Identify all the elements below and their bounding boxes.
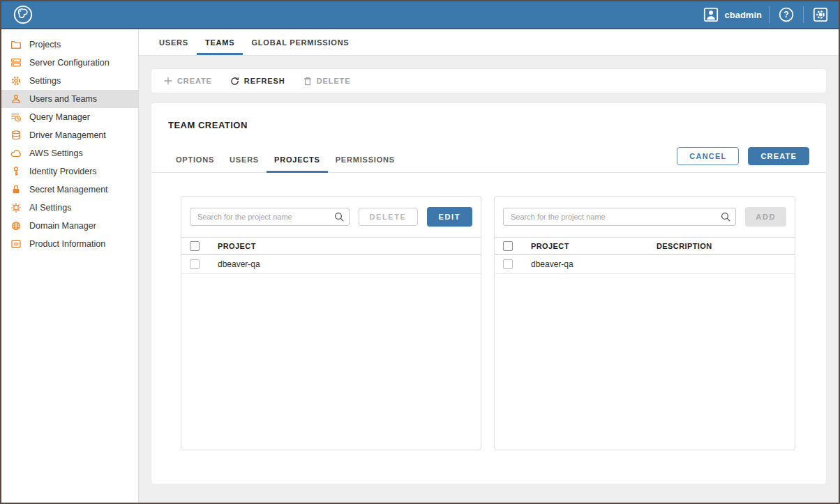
top-bar: cbadmin ?	[1, 1, 839, 29]
secret-lock-icon	[10, 184, 22, 195]
sidebar-item-label: Users and Teams	[29, 94, 97, 104]
identity-key-icon	[10, 166, 22, 177]
user-name: cbadmin	[725, 10, 762, 20]
granted-projects-panel: DELETE EDIT PROJECT	[181, 196, 481, 450]
sidebar-item-settings[interactable]: Settings	[1, 72, 138, 90]
granted-projects-search	[190, 208, 350, 226]
sidebar-item-driver-management[interactable]: Driver Management	[1, 126, 138, 144]
table-row[interactable]: dbeaver-qa	[181, 255, 481, 274]
sidebar-item-label: Query Manager	[29, 112, 90, 122]
create-team-button[interactable]: CREATE	[164, 77, 212, 85]
tab-options[interactable]: OPTIONS	[168, 150, 222, 173]
body-row: Projects Server Configuration Settings	[1, 29, 839, 503]
server-settings-button[interactable]	[811, 5, 830, 24]
projects-folder-icon	[10, 39, 22, 50]
available-projects-search-input[interactable]	[503, 208, 736, 226]
sidebar-item-aws-settings[interactable]: AWS Settings	[1, 144, 138, 162]
sidebar-item-label: Secret Management	[29, 185, 108, 194]
sidebar-item-server-configuration[interactable]: Server Configuration	[1, 54, 138, 72]
topbar-divider	[803, 6, 804, 23]
available-projects-rows: dbeaver-qa	[495, 255, 795, 450]
refresh-button[interactable]: REFRESH	[230, 77, 285, 86]
projects-panels: DELETE EDIT PROJECT	[151, 173, 826, 484]
tab-permissions[interactable]: PERMISSIONS	[328, 150, 403, 173]
plus-icon	[164, 77, 172, 85]
sidebar-item-users-and-teams[interactable]: Users and Teams	[1, 90, 138, 108]
user-menu[interactable]: cbadmin	[703, 6, 762, 23]
tab-teams[interactable]: TEAMS	[197, 29, 243, 55]
delete-team-button[interactable]: DELETE	[303, 77, 351, 86]
driver-database-icon	[10, 130, 22, 141]
edit-project-button[interactable]: EDIT	[427, 207, 472, 227]
domain-globe-icon	[10, 220, 22, 231]
cancel-button[interactable]: CANCEL	[677, 147, 739, 165]
team-creation-panel: TEAM CREATION OPTIONS USERS PROJECTS PER…	[151, 103, 826, 484]
available-projects-controls: ADD	[495, 197, 795, 238]
user-avatar-icon	[703, 6, 719, 23]
select-all-checkbox[interactable]	[190, 241, 200, 251]
tab-users[interactable]: USERS	[151, 29, 197, 55]
topbar-divider	[769, 6, 770, 23]
available-projects-panel: ADD PROJECT DESCRIPTION	[494, 196, 795, 450]
main-area: USERS TEAMS GLOBAL PERMISSIONS CREATE	[139, 29, 839, 503]
teams-toolbar: CREATE REFRESH DELETE	[151, 69, 826, 93]
sidebar-item-label: AI Settings	[29, 203, 71, 213]
svg-text:?: ?	[783, 10, 788, 20]
granted-projects-table-header: PROJECT	[181, 238, 481, 255]
row-checkbox[interactable]	[503, 259, 513, 269]
sidebar-item-projects[interactable]: Projects	[1, 36, 138, 54]
tab-team-users[interactable]: USERS	[222, 150, 267, 173]
sidebar-item-ai-settings[interactable]: AI Settings	[1, 199, 138, 217]
project-name-cell: dbeaver-qa	[531, 259, 657, 269]
team-creation-tab-row: OPTIONS USERS PROJECTS PERMISSIONS CANCE…	[151, 147, 826, 173]
sidebar-item-domain-manager[interactable]: Domain Manager	[1, 217, 138, 235]
row-checkbox-cell	[181, 259, 218, 269]
sidebar-item-label: Server Configuration	[29, 58, 110, 68]
tab-global-permissions[interactable]: GLOBAL PERMISSIONS	[243, 29, 357, 55]
admin-tab-bar: USERS TEAMS GLOBAL PERMISSIONS	[139, 29, 839, 56]
admin-sidebar: Projects Server Configuration Settings	[1, 29, 139, 503]
create-button[interactable]: CREATE	[748, 147, 809, 165]
project-name-cell: dbeaver-qa	[218, 259, 481, 269]
sidebar-item-label: Settings	[29, 76, 61, 86]
sidebar-item-label: AWS Settings	[29, 148, 83, 158]
help-button[interactable]: ?	[777, 5, 796, 24]
product-info-icon	[10, 238, 22, 250]
tab-projects[interactable]: PROJECTS	[267, 150, 328, 173]
granted-projects-search-input[interactable]	[190, 208, 350, 226]
settings-gear-icon	[10, 75, 22, 86]
team-creation-tabs: OPTIONS USERS PROJECTS PERMISSIONS	[168, 150, 403, 172]
sidebar-item-label: Product Information	[29, 239, 105, 249]
add-project-button[interactable]: ADD	[745, 207, 786, 227]
search-icon	[721, 212, 730, 222]
select-all-checkbox[interactable]	[503, 241, 513, 251]
sidebar-item-identity-providers[interactable]: Identity Providers	[1, 162, 138, 181]
trash-icon	[303, 77, 312, 86]
help-icon: ?	[778, 6, 795, 23]
sidebar-item-label: Domain Manager	[29, 221, 96, 231]
delete-project-button[interactable]: DELETE	[359, 208, 418, 226]
project-column-header: PROJECT	[531, 242, 657, 250]
granted-projects-controls: DELETE EDIT	[181, 197, 481, 238]
project-column-header: PROJECT	[218, 242, 481, 250]
row-checkbox[interactable]	[190, 259, 200, 269]
available-projects-table-header: PROJECT DESCRIPTION	[495, 238, 795, 255]
sidebar-item-label: Projects	[29, 40, 61, 49]
ai-chip-icon	[10, 202, 22, 213]
cloudbeaver-logo-icon[interactable]	[13, 4, 33, 25]
sidebar-item-secret-management[interactable]: Secret Management	[1, 181, 138, 199]
refresh-icon	[230, 77, 239, 86]
table-row[interactable]: dbeaver-qa	[495, 255, 795, 274]
available-projects-search	[503, 208, 736, 226]
server-configuration-icon	[10, 57, 22, 68]
topbar-right-cluster: cbadmin ?	[703, 5, 830, 24]
aws-cloud-icon	[10, 148, 22, 159]
users-person-icon	[10, 93, 22, 105]
search-icon	[334, 212, 344, 222]
header-checkbox-cell	[181, 241, 218, 251]
query-manager-icon	[10, 112, 22, 123]
header-checkbox-cell	[495, 241, 531, 251]
sidebar-item-query-manager[interactable]: Query Manager	[1, 108, 138, 126]
gear-icon	[812, 6, 829, 23]
sidebar-item-product-information[interactable]: Product Information	[1, 235, 138, 253]
